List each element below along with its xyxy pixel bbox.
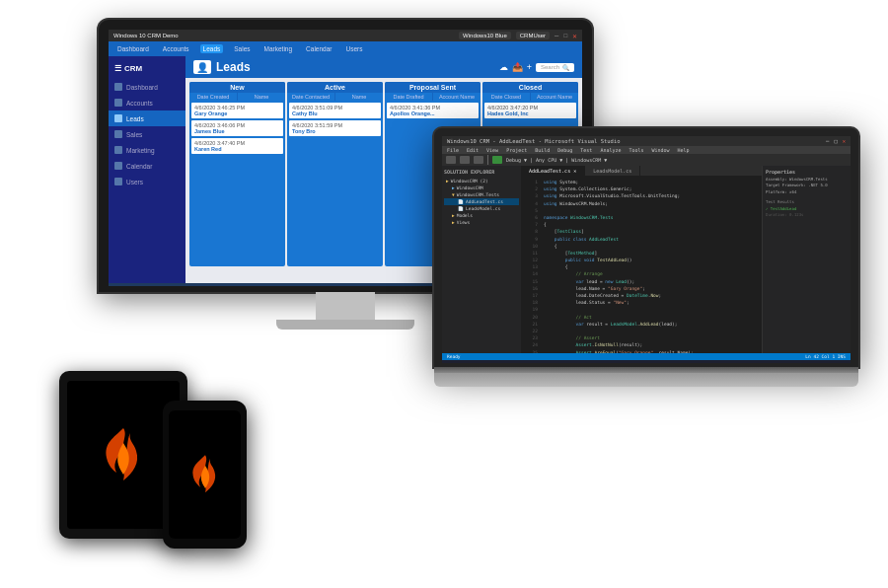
menu-test[interactable]: Test [580,147,592,153]
tree-models[interactable]: ▶ Models [444,212,519,219]
code-line-22: 22 [526,328,757,334]
tree-solution[interactable]: ▶ WindowsCRM (2) [444,178,519,184]
col-header-active: Active [287,82,383,93]
toolbar-btn-3[interactable] [474,156,483,164]
menu-project[interactable]: Project [506,147,527,153]
crm-topnav: Dashboard Accounts Leads Sales Marketing… [109,41,582,56]
ide-minimize[interactable]: ─ [826,138,829,144]
toolbar-separator [487,155,488,165]
panel-title: Properties [766,169,848,175]
ide-maximize[interactable]: □ [834,138,837,144]
menu-help[interactable]: Help [678,147,690,153]
sidebar-label-accounts: Accounts [126,100,153,107]
menu-file[interactable]: File [447,147,459,153]
sidebar-item-users[interactable]: Users [109,174,185,189]
sidebar-item-sales[interactable]: Sales [109,126,185,142]
sidebar-item-calendar[interactable]: Calendar [109,158,185,174]
tests-folder-icon: ▼ [452,192,455,197]
code-line-3: 3using Microsoft.VisualStudio.TestTools.… [526,192,757,199]
laptop-screen-outer: Windows10 CRM - AddLeadTest - Microsoft … [434,128,858,367]
ide-tab-addleadtest[interactable]: AddLeadTest.cs ✕ [521,166,585,176]
leads-icon-side [114,114,122,122]
kanban-card-closed-1[interactable]: 4/6/2020 3:47:20 PM Hades Gold, Inc [484,103,576,118]
sidebar-item-accounts[interactable]: Accounts [109,95,185,110]
tablet-flame-icon [99,423,148,487]
tree-leadsmodel[interactable]: 📄 LeadsModel.cs [444,205,519,212]
ide-toolbar: Debug ▼ | Any CPU ▼ | WindowsCRM ▼ [442,154,851,166]
tree-project[interactable]: ▶ WindowsCRM [444,184,519,191]
menu-edit[interactable]: Edit [467,147,479,153]
accounts-icon [114,99,122,107]
nav-calendar[interactable]: Calendar [303,44,334,53]
sidebar-label-sales: Sales [126,131,142,138]
nav-dashboard[interactable]: Dashboard [114,44,152,53]
kanban-card-active-2[interactable]: 4/6/2020 3:51:59 PM Tony Bro [289,120,381,136]
maximize-btn[interactable]: □ [563,33,567,38]
folder-icon: ▶ [446,179,449,184]
status-right: Ln 42 Col 1 INS [805,354,846,359]
nav-accounts[interactable]: Accounts [160,44,192,53]
ide-close[interactable]: ✕ [843,138,846,144]
add-icon[interactable]: + [527,62,532,72]
code-line-17: 17 lead.DateCreated = DateTime.Now; [526,292,757,299]
menu-tools[interactable]: Tools [629,147,643,153]
sidebar-logo-text: CRM [124,64,142,73]
nav-marketing[interactable]: Marketing [261,44,296,53]
code-line-16: 16 lead.Name = "Gary Orange"; [526,285,757,292]
col-sub-account-closed: Account Name [531,93,578,101]
toolbar-btn-1[interactable] [446,156,456,164]
toolbar-btn-run[interactable] [492,156,502,164]
kanban-card-new-1[interactable]: 4/6/2020 3:46:25 PM Gary Orange [191,103,283,118]
monitor-neck [316,292,375,320]
sidebar-item-leads[interactable]: Leads [109,110,185,126]
calendar-icon [114,162,122,170]
tree-addleadtest[interactable]: 📄 AddLeadTest.cs [444,198,519,205]
cs-file-2-icon: 📄 [458,206,464,211]
code-line-7: 7{ [526,221,757,228]
page-title: Leads [216,60,251,74]
search-placeholder: Search [541,64,559,70]
scene: Windows 10 CRM Demo Windows10 Blue CRMUs… [0,0,888,588]
tree-views[interactable]: ▶ Views [444,219,519,226]
tree-tests[interactable]: ▼ WindowsCRM.Tests [444,191,519,198]
toolbar-icons: ☁ 📤 + Search 🔍 [499,62,574,72]
sidebar-item-marketing[interactable]: Marketing [109,142,185,158]
code-line-21: 21 var result = LeadsModel.AddLead(lead)… [526,321,757,328]
dashboard-icon [114,83,122,91]
sidebar-logo: ☰ CRM [109,60,185,79]
sidebar-item-dashboard[interactable]: Dashboard [109,79,185,95]
menu-build[interactable]: Build [535,147,550,153]
search-box[interactable]: Search 🔍 [536,63,574,72]
code-line-24: 24 Assert.IsNotNull(result); [526,341,757,348]
nav-users[interactable]: Users [342,44,365,53]
cloud-icon: ☁ [499,62,508,72]
laptop-base [434,373,858,387]
explorer-header: SOLUTION EXPLORER [444,169,519,175]
nav-leads[interactable]: Leads [200,44,224,53]
menu-window[interactable]: Window [652,147,670,153]
close-btn[interactable]: ✕ [572,33,577,39]
ide-code-editor[interactable]: 1using System; 2using System.Collections… [521,176,762,353]
ide-right-panel: Properties Assembly: WindowsCRM.Tests Ta… [762,166,851,353]
kanban-card-proposal-1[interactable]: 4/6/2020 3:41:36 PM Apollos Orange... [387,103,479,118]
menu-analyze[interactable]: Analyze [600,147,621,153]
toolbar-btn-2[interactable] [460,156,470,164]
kanban-card-active-1[interactable]: 4/6/2020 3:51:09 PM Cathy Blu [289,103,381,118]
kanban-card-new-2[interactable]: 4/6/2020 3:46:06 PM James Blue [191,120,283,136]
kanban-card-new-3[interactable]: 4/6/2020 3:47:40 PM Karen Red [191,138,283,154]
kanban-col-active: Active Date Contacted Name 4/6/2020 3:51… [287,82,383,266]
hamburger-icon: ☰ [114,64,121,73]
menu-view[interactable]: View [486,147,498,153]
code-line-25: 25 Assert.AreEqual("Gary Orange", result… [526,349,757,354]
code-line-12: 12 public void TestAddLead() [526,257,757,263]
code-line-13: 13 { [526,263,757,270]
ide-explorer: SOLUTION EXPLORER ▶ WindowsCRM (2) ▶ Win… [442,166,521,353]
nav-sales[interactable]: Sales [231,44,253,53]
crm-content-header: 👤 Leads ☁ 📤 + Search [185,56,582,78]
ide-tab-leadsmodel[interactable]: LeadsModel.cs [585,166,640,176]
laptop-screen: Windows10 CRM - AddLeadTest - Microsoft … [442,136,851,363]
menu-debug[interactable]: Debug [557,147,572,153]
phone-outer [163,401,247,549]
col-sub-account-proposal: Account Name [433,93,481,101]
minimize-btn[interactable]: ─ [555,33,558,38]
